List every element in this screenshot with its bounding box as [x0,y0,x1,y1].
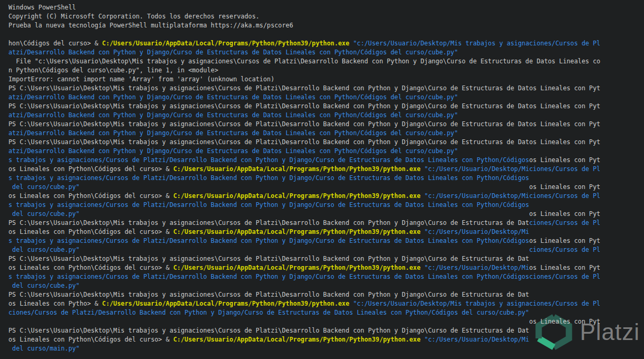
terminal-line: os Lineales con Python\Códigos del curso… [0,228,644,237]
terminal-line: atzi/Desarrollo Backend con Python y Dja… [0,93,644,102]
terminal-line: s trabajos y asignaciones/Cursos de Plat… [0,201,644,210]
terminal-line: ImportError: cannot import name 'Array' … [0,75,644,84]
terminal-line: PS C:\Users\Usuario\Desktop\Mis trabajos… [0,120,644,129]
terminal-line: PS C:\Users\Usuario\Desktop\Mis trabajos… [0,138,644,147]
terminal-line: Prueba la nueva tecnología PowerShell mu… [0,21,644,30]
terminal-line: s trabajos y asignaciones/Cursos de Plat… [0,174,644,183]
terminal-line: del curso/cube.py"os Lineales con Pyt [0,210,644,219]
terminal-line: PS C:\Users\Usuario\Desktop\Mis trabajos… [0,290,644,299]
terminal-line: s trabajos y asignaciones/Cursos de Plat… [0,156,644,165]
terminal-line: s trabajos y asignaciones/Cursos de Plat… [0,272,644,281]
terminal-line: os Lineales con Python\Códigos del curso… [0,192,644,201]
terminal-line: os Lineales con Python\Códigos del curso… [0,165,644,174]
terminal-line: del curso/cube.py" [0,281,644,290]
terminal-line: PS C:\Users\Usuario\Desktop\Mis trabajos… [0,102,644,111]
terminal-line: del curso/cube.py"ciones/Cursos de Pl [0,245,644,254]
terminal-line [0,30,644,39]
terminal-line: os Lineales con Python\Códigos del curso… [0,335,644,344]
terminal-line: PS C:\Users\Usuario\Desktop\Mis trabajos… [0,254,644,263]
terminal-line: hon\Códigos del curso> & C:/Users/Usuari… [0,39,644,48]
terminal-line: atzi/Desarrollo Backend con Python y Dja… [0,48,644,57]
terminal-line: os Lineales con Pytho> & C:/Users/Usuari… [0,299,644,308]
terminal-line: PS C:\Users\Usuario\Desktop\Mis trabajos… [0,84,644,93]
terminal-line: del curso/cube.py"os Lineales con Pyt [0,183,644,192]
terminal-line: atzi/Desarrollo Backend con Python y Dja… [0,129,644,138]
terminal-output[interactable]: Windows PowerShellCopyright (C) Microsof… [0,0,644,359]
terminal-line: Copyright (C) Microsoft Corporation. Tod… [0,12,644,21]
terminal-line: s trabajos y asignaciones/Cursos de Plat… [0,237,644,245]
terminal-line: Windows PowerShell [0,3,644,12]
terminal-line: os Lineales con Python\Códigos del curso… [0,263,644,272]
terminal-line: del curso/main.py" [0,344,644,353]
terminal-line: os Lineales con Pyt [0,317,644,326]
terminal-line: n Python\Códigos del curso\cube.py", lin… [0,66,644,75]
terminal-line: atzi/Desarrollo Backend con Python y Dja… [0,111,644,120]
terminal-line: PS C:\Users\Usuario\Desktop\Mis trabajos… [0,326,644,335]
terminal-line: PS C:\Users\Usuario\Desktop\Mis trabajos… [0,219,644,228]
terminal-line: atzi/Desarrollo Backend con Python y Dja… [0,147,644,156]
terminal-line: File "c:\Users\Usuario\Desktop\Mis traba… [0,57,644,66]
terminal-line: ciones/Cursos de Platzi/Desarrollo Backe… [0,308,644,317]
